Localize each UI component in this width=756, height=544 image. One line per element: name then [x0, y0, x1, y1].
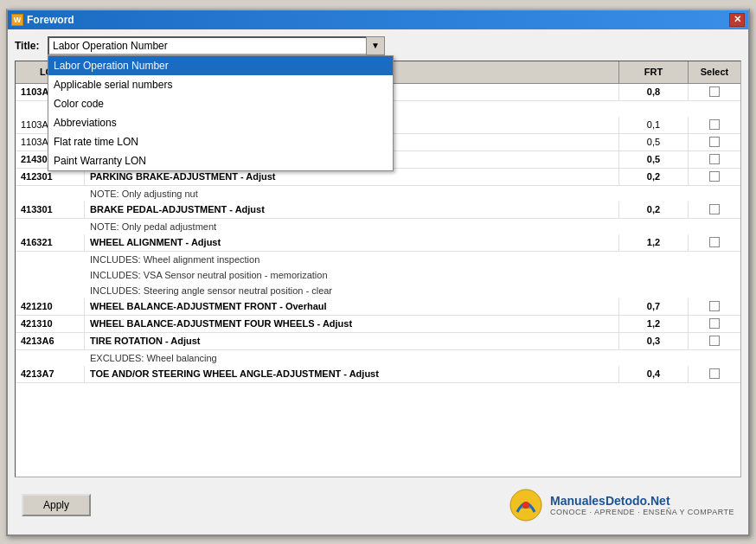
title-row: Title: Labor Operation Number ▼ Labor Op…	[15, 36, 741, 55]
dropdown-item-5[interactable]: Paint Warranty LON	[48, 151, 393, 170]
row-checkbox[interactable]	[709, 301, 720, 311]
table-row: 4213A7 TOE AND/OR STEERING WHEEL ANGLE-A…	[16, 366, 740, 383]
row-checkbox[interactable]	[709, 204, 720, 214]
title-bar: W Foreword ✕	[8, 10, 748, 29]
td-frt: 0,2	[619, 202, 689, 218]
title-select-container: Labor Operation Number ▼ Labor Operation…	[48, 36, 385, 55]
row-checkbox[interactable]	[709, 154, 720, 164]
td-select	[689, 169, 740, 185]
td-desc: WHEEL ALIGNMENT - Adjust	[85, 234, 619, 251]
dropdown-arrow[interactable]: ▼	[366, 36, 385, 55]
td-lon: 413301	[16, 202, 85, 218]
td-frt: 0,3	[619, 333, 689, 349]
td-desc: WHEEL BALANCE-ADJUSTMENT FRONT - Overhau…	[85, 298, 619, 315]
foreword-window: W Foreword ✕ Title: Labor Operation Numb…	[6, 9, 750, 536]
close-button[interactable]: ✕	[729, 13, 745, 27]
td-desc: TIRE ROTATION - Adjust	[85, 333, 619, 349]
td-select	[689, 333, 740, 349]
td-frt: 0,1	[619, 117, 689, 133]
td-frt: 0,4	[619, 366, 689, 382]
row-checkbox[interactable]	[709, 368, 720, 379]
window-icon: W	[11, 14, 23, 26]
table-row: 421310 WHEEL BALANCE-ADJUSTMENT FOUR WHE…	[16, 316, 740, 333]
note-row: INCLUDES: Wheel alignment inspection	[16, 252, 740, 267]
title-field-label: Title:	[15, 40, 41, 52]
note-cell: INCLUDES: Steering angle sensor neutral …	[85, 283, 619, 298]
td-lon: 421210	[16, 298, 85, 315]
td-desc: BRAKE PEDAL-ADJUSTMENT - Adjust	[85, 202, 619, 218]
td-frt: 0,2	[619, 169, 689, 185]
td-select	[689, 234, 740, 251]
td-lon: 4213A6	[16, 333, 85, 349]
apply-button[interactable]: Apply	[22, 494, 91, 516]
dropdown-item-0[interactable]: Labor Operation Number	[48, 56, 393, 75]
td-select	[689, 134, 740, 150]
note-row: NOTE: Only pedal adjustment	[16, 219, 740, 234]
brand-icon-svg	[509, 488, 543, 522]
note-cell: NOTE: Only pedal adjustment	[85, 219, 619, 234]
td-desc: TOE AND/OR STEERING WHEEL ANGLE-ADJUSTME…	[85, 366, 619, 382]
table-row: 4213A6 TIRE ROTATION - Adjust 0,3	[16, 333, 740, 350]
dropdown-item-4[interactable]: Flat rate time LON	[48, 132, 393, 151]
table-row: 416321 WHEEL ALIGNMENT - Adjust 1,2	[16, 234, 740, 252]
table-row: 412301 PARKING BRAKE-ADJUSTMENT - Adjust…	[16, 169, 740, 186]
td-frt: 1,2	[619, 316, 689, 332]
th-select: Select	[689, 61, 740, 83]
brand-sub-text: CONOCE · APRENDE · ENSEÑA Y COMPARTE	[550, 508, 734, 516]
td-select	[689, 202, 740, 218]
dropdown-item-3[interactable]: Abbreviations	[48, 113, 393, 132]
td-select	[689, 117, 740, 133]
dropdown-menu: Labor Operation Number Applicable serial…	[48, 55, 394, 171]
note-cell: NOTE: Only adjusting nut	[85, 186, 619, 202]
row-checkbox[interactable]	[709, 86, 720, 97]
td-lon: 416321	[16, 234, 85, 251]
title-bar-left: W Foreword	[11, 14, 74, 26]
row-checkbox[interactable]	[709, 336, 720, 346]
title-select[interactable]: Labor Operation Number	[48, 36, 385, 55]
td-lon: 421310	[16, 316, 85, 332]
row-checkbox[interactable]	[709, 137, 720, 147]
note-row: NOTE: Only adjusting nut	[16, 186, 740, 202]
td-frt: 0,8	[619, 84, 689, 100]
row-checkbox[interactable]	[709, 171, 720, 182]
row-checkbox[interactable]	[709, 237, 720, 247]
note-cell: INCLUDES: Wheel alignment inspection	[85, 252, 619, 267]
td-frt: 1,2	[619, 234, 689, 251]
brand-main-text: ManualesDetodo.Net	[550, 494, 734, 508]
table-row: 421210 WHEEL BALANCE-ADJUSTMENT FRONT - …	[16, 298, 740, 316]
note-cell: INCLUDES: VSA Sensor neutral position - …	[85, 267, 619, 283]
dropdown-item-2[interactable]: Color code	[48, 94, 393, 113]
td-frt: 0,5	[619, 134, 689, 150]
window-title: Foreword	[27, 14, 74, 26]
note-cell: EXCLUDES: Wheel balancing	[85, 350, 619, 366]
note-row: EXCLUDES: Wheel balancing	[16, 350, 740, 366]
table-row: 413301 BRAKE PEDAL-ADJUSTMENT - Adjust 0…	[16, 202, 740, 219]
td-desc: WHEEL BALANCE-ADJUSTMENT FOUR WHEELS - A…	[85, 316, 619, 332]
td-select	[689, 298, 740, 315]
content-area: Title: Labor Operation Number ▼ Labor Op…	[8, 29, 748, 534]
svg-point-1	[522, 502, 529, 509]
brand-logo: ManualesDetodo.Net CONOCE · APRENDE · EN…	[509, 488, 734, 522]
td-frt: 0,5	[619, 151, 689, 168]
td-select	[689, 151, 740, 168]
row-checkbox[interactable]	[709, 318, 720, 329]
row-checkbox[interactable]	[709, 119, 720, 130]
note-row: INCLUDES: VSA Sensor neutral position - …	[16, 267, 740, 283]
dropdown-item-1[interactable]: Applicable serial numbers	[48, 75, 393, 94]
note-row: INCLUDES: Steering angle sensor neutral …	[16, 283, 740, 298]
td-select	[689, 84, 740, 100]
footer: Apply ManualesDetodo.Net CONOCE · APREND…	[15, 483, 741, 528]
brand-text: ManualesDetodo.Net CONOCE · APRENDE · EN…	[550, 494, 734, 516]
td-select	[689, 316, 740, 332]
td-frt: 0,7	[619, 298, 689, 315]
th-frt: FRT	[619, 61, 689, 83]
td-lon: 4213A7	[16, 366, 85, 382]
td-select	[689, 366, 740, 382]
